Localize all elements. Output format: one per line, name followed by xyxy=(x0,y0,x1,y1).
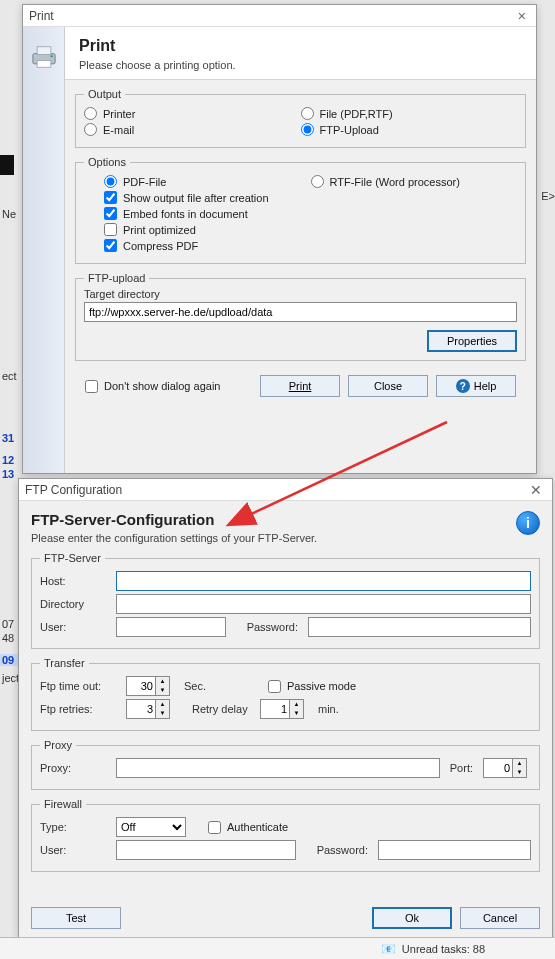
retries-label: Ftp retries: xyxy=(40,703,120,715)
radio-file-label: File (PDF,RTF) xyxy=(320,108,393,120)
min-label: min. xyxy=(318,703,339,715)
fw-type-select[interactable]: Off xyxy=(116,817,186,837)
bg-label-ne: Ne xyxy=(0,208,16,220)
radio-email-label: E-mail xyxy=(103,124,134,136)
check-dont-show-label: Don't show dialog again xyxy=(104,380,220,392)
check-embed-fonts[interactable]: Embed fonts in document xyxy=(104,207,248,220)
print-header: Print Please choose a printing option. xyxy=(65,27,536,80)
ftp-subtitle: Please enter the configuration settings … xyxy=(31,532,317,544)
ftp-user-input[interactable] xyxy=(116,617,226,637)
status-unread-tasks: Unread tasks: 88 xyxy=(402,943,485,955)
timeout-label: Ftp time out: xyxy=(40,680,120,692)
port-stepper[interactable]: ▲▼ xyxy=(483,758,531,778)
proxy-input[interactable] xyxy=(116,758,440,778)
cancel-button[interactable]: Cancel xyxy=(460,907,540,929)
check-dont-show[interactable]: Don't show dialog again xyxy=(85,380,220,393)
check-compress-label: Compress PDF xyxy=(123,240,198,252)
chevron-up-icon[interactable]: ▲ xyxy=(156,677,169,686)
printer-icon xyxy=(30,45,58,69)
radio-printer[interactable]: Printer xyxy=(84,107,135,120)
bg-label-e: E> xyxy=(541,190,555,202)
print-sidebar xyxy=(23,27,65,473)
bg-num: 12 xyxy=(0,454,14,466)
svg-point-3 xyxy=(50,55,52,57)
fw-type-label: Type: xyxy=(40,821,110,833)
ftp-password-input[interactable] xyxy=(308,617,531,637)
bg-num: 07 xyxy=(0,618,14,630)
ftp-server-group: FTP-Server Host: Directory User: Passwor… xyxy=(31,552,540,649)
chevron-up-icon[interactable]: ▲ xyxy=(156,700,169,709)
ftp-server-legend: FTP-Server xyxy=(40,552,105,564)
radio-email[interactable]: E-mail xyxy=(84,123,134,136)
firewall-legend: Firewall xyxy=(40,798,86,810)
print-subtitle: Please choose a printing option. xyxy=(79,59,522,71)
timeout-stepper[interactable]: ▲▼ xyxy=(126,676,174,696)
bg-num: 09 xyxy=(0,654,18,666)
bg-num: 13 xyxy=(0,468,14,480)
directory-input[interactable] xyxy=(116,594,531,614)
chevron-up-icon[interactable]: ▲ xyxy=(513,759,526,768)
retries-input[interactable] xyxy=(126,699,156,719)
ftp-config-dialog: FTP Configuration ✕ FTP-Server-Configura… xyxy=(18,478,553,938)
proxy-group: Proxy Proxy: Port: ▲▼ xyxy=(31,739,540,790)
chevron-down-icon[interactable]: ▼ xyxy=(290,709,303,718)
help-button[interactable]: ?Help xyxy=(436,375,516,397)
chevron-down-icon[interactable]: ▼ xyxy=(156,686,169,695)
target-directory-label: Target directory xyxy=(84,288,517,300)
fw-user-input[interactable] xyxy=(116,840,296,860)
radio-ftp-label: FTP-Upload xyxy=(320,124,379,136)
chevron-up-icon[interactable]: ▲ xyxy=(290,700,303,709)
ok-button[interactable]: Ok xyxy=(372,907,452,929)
chevron-down-icon[interactable]: ▼ xyxy=(156,709,169,718)
print-titlebar[interactable]: Print × xyxy=(23,5,536,27)
close-button[interactable]: Close xyxy=(348,375,428,397)
bg-num: 31 xyxy=(0,432,14,444)
help-icon: ? xyxy=(456,379,470,393)
radio-ftp[interactable]: FTP-Upload xyxy=(301,123,379,136)
close-icon[interactable]: × xyxy=(514,8,530,24)
radio-pdf[interactable]: PDF-File xyxy=(104,175,166,188)
print-window-title: Print xyxy=(29,9,54,23)
retry-delay-input[interactable] xyxy=(260,699,290,719)
print-title: Print xyxy=(79,37,522,55)
passive-label: Passive mode xyxy=(287,680,356,692)
mail-icon: 📧 xyxy=(381,942,396,956)
check-print-optimized[interactable]: Print optimized xyxy=(104,223,196,236)
transfer-legend: Transfer xyxy=(40,657,89,669)
retries-stepper[interactable]: ▲▼ xyxy=(126,699,174,719)
bg-blackbar xyxy=(0,155,14,175)
fw-password-input[interactable] xyxy=(378,840,531,860)
proxy-label: Proxy: xyxy=(40,762,110,774)
radio-rtf-label: RTF-File (Word processor) xyxy=(330,176,460,188)
retry-delay-stepper[interactable]: ▲▼ xyxy=(260,699,308,719)
check-embed-label: Embed fonts in document xyxy=(123,208,248,220)
test-button[interactable]: Test xyxy=(31,907,121,929)
options-legend: Options xyxy=(84,156,130,168)
sec-label: Sec. xyxy=(184,680,206,692)
ftp-upload-group: FTP-upload Target directory Properties xyxy=(75,272,526,361)
properties-button[interactable]: Properties xyxy=(427,330,517,352)
bg-num: 48 xyxy=(0,632,14,644)
ftp-user-label: User: xyxy=(40,621,110,633)
timeout-input[interactable] xyxy=(126,676,156,696)
authenticate-label: Authenticate xyxy=(227,821,288,833)
radio-rtf[interactable]: RTF-File (Word processor) xyxy=(311,175,460,188)
radio-pdf-label: PDF-File xyxy=(123,176,166,188)
target-directory-input[interactable] xyxy=(84,302,517,322)
firewall-group: Firewall Type: Off Authenticate User: Pa… xyxy=(31,798,540,872)
check-passive-mode[interactable]: Passive mode xyxy=(268,680,356,693)
check-print-opt-label: Print optimized xyxy=(123,224,196,236)
check-authenticate[interactable]: Authenticate xyxy=(208,821,288,834)
check-compress-pdf[interactable]: Compress PDF xyxy=(104,239,198,252)
check-show-output[interactable]: Show output file after creation xyxy=(104,191,269,204)
directory-label: Directory xyxy=(40,598,110,610)
print-button[interactable]: Print xyxy=(260,375,340,397)
close-icon[interactable]: ✕ xyxy=(526,482,546,498)
host-input[interactable] xyxy=(116,571,531,591)
port-input[interactable] xyxy=(483,758,513,778)
chevron-down-icon[interactable]: ▼ xyxy=(513,768,526,777)
radio-file[interactable]: File (PDF,RTF) xyxy=(301,107,393,120)
check-show-output-label: Show output file after creation xyxy=(123,192,269,204)
ftp-titlebar[interactable]: FTP Configuration ✕ xyxy=(19,479,552,501)
host-label: Host: xyxy=(40,575,110,587)
